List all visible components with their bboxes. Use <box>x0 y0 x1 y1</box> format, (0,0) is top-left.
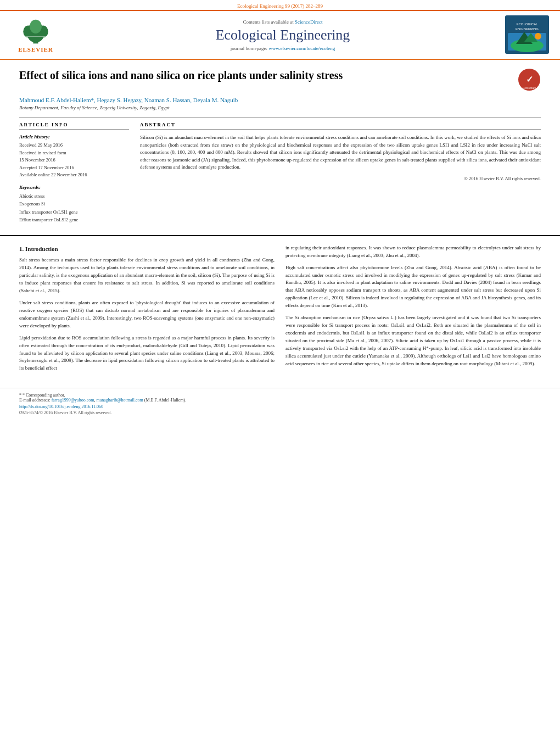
revised-label: Received in revised form <box>19 149 129 157</box>
footer-notes: * * Corresponding author. E-mail address… <box>0 388 560 418</box>
journal-citation: Ecological Engineering 99 (2017) 282–289 <box>237 3 323 9</box>
right-paragraph-3: The Si absorption mechanism in rice (Ory… <box>285 314 541 368</box>
elsevier-tree-icon <box>19 18 52 45</box>
keywords-section: Keywords: Abiotic stress Exogenous Si In… <box>19 185 129 224</box>
article-title: Effect of silica ions and nano silica on… <box>19 68 518 82</box>
crossmark-icon: ✓ CrossMark <box>518 68 541 92</box>
history-section: Article history: Received 29 May 2016 Re… <box>19 134 129 179</box>
corresponding-label: * Corresponding author. <box>23 393 65 398</box>
homepage-label: journal homepage: <box>231 46 268 51</box>
crossmark-svg: ✓ CrossMark <box>518 68 541 91</box>
svg-text:ECOLOGICAL: ECOLOGICAL <box>516 23 538 26</box>
keyword-1: Abiotic stress <box>19 192 129 200</box>
article-info-heading: ARTICLE INFO <box>19 122 129 130</box>
abstract-heading: ABSTRACT <box>140 122 541 130</box>
introduction-title: 1. Introduction <box>19 244 275 254</box>
info-abstract-section: ARTICLE INFO Article history: Received 2… <box>19 117 541 224</box>
svg-point-4 <box>30 20 42 34</box>
article-info-panel: ARTICLE INFO Article history: Received 2… <box>19 122 129 224</box>
svg-text:ENGINEERING: ENGINEERING <box>516 27 539 31</box>
abstract-body: Silicon (Si) is an abundant macro-elemen… <box>140 135 541 170</box>
journal-homepage: journal homepage: www.elsevier.com/locat… <box>60 46 505 51</box>
keyword-2: Exogenous Si <box>19 200 129 208</box>
copyright-line: © 2016 Elsevier B.V. All rights reserved… <box>140 176 541 181</box>
email-suffix: (M.E.F. Abdel-Haliem). <box>144 398 186 403</box>
svg-text:CrossMark: CrossMark <box>523 86 536 90</box>
elsevier-brand-text: ELSEVIER <box>18 46 53 53</box>
right-paragraph-2: High salt concentrations affect also phy… <box>285 264 541 310</box>
right-paragraph-1: in regulating their antioxidant response… <box>285 244 541 260</box>
keywords-label: Keywords: <box>19 185 129 190</box>
email-label: E-mail addresses: <box>19 398 52 403</box>
article-container: Effect of silica ions and nano silica on… <box>0 60 560 235</box>
keyword-3: Influx transporter OsLSI1 gene <box>19 208 129 216</box>
keyword-4: Efflux transporter OsLSI2 gene <box>19 216 129 224</box>
revised-date: 15 November 2016 <box>19 157 129 164</box>
history-label: Article history: <box>19 134 129 140</box>
email-2[interactable]: managharib@hotmail.com <box>96 398 143 403</box>
intro-paragraph-1: Salt stress becomes a main stress factor… <box>19 256 275 295</box>
accepted-date: Accepted 17 November 2016 <box>19 164 129 172</box>
title-crossmark-wrapper: Effect of silica ions and nano silica on… <box>19 68 541 92</box>
journal-logo-icon: ECOLOGICAL ENGINEERING <box>505 15 549 54</box>
abstract-text: Silicon (Si) is an abundant macro-elemen… <box>140 134 541 171</box>
left-column: 1. Introduction Salt stress becomes a ma… <box>19 244 275 377</box>
svg-point-13 <box>535 33 541 40</box>
available-date: Available online 22 November 2016 <box>19 171 129 179</box>
sciencedirect-line: Contents lists available at ScienceDirec… <box>60 19 505 25</box>
email-1[interactable]: farrag1999@yahoo.com <box>52 398 94 403</box>
doi-line: http://dx.doi.org/10.1016/j.ecoleng.2016… <box>19 404 541 409</box>
journal-logo-box: ECOLOGICAL ENGINEERING <box>505 15 549 55</box>
section-number: 1. <box>19 246 24 252</box>
sciencedirect-link[interactable]: ScienceDirect <box>295 19 322 25</box>
issn-line: 0925-8574/© 2016 Elsevier B.V. All right… <box>19 410 541 415</box>
elsevier-logo: ELSEVIER <box>11 18 60 53</box>
doi-link[interactable]: http://dx.doi.org/10.1016/j.ecoleng.2016… <box>19 404 103 409</box>
section-heading: Introduction <box>25 246 58 252</box>
affiliation: Botany Department, Faculty of Science, Z… <box>19 105 541 110</box>
journal-title: Ecological Engineering <box>60 27 505 43</box>
intro-paragraph-2: Under salt stress conditions, plants are… <box>19 299 275 330</box>
email-note: E-mail addresses: farrag1999@yahoo.com, … <box>19 398 541 403</box>
main-body: 1. Introduction Salt stress becomes a ma… <box>0 235 560 388</box>
journal-citation-bar: Ecological Engineering 99 (2017) 282–289 <box>0 0 560 10</box>
sciencedirect-label: Contents lists available at <box>243 19 295 25</box>
received-date: Received 29 May 2016 <box>19 142 129 149</box>
intro-paragraph-3: Lipid peroxidation due to ROS accumulati… <box>19 334 275 373</box>
page: Ecological Engineering 99 (2017) 282–289… <box>0 0 560 742</box>
journal-header: ELSEVIER Contents lists available at Sci… <box>0 10 560 60</box>
corresponding-author-note: * * Corresponding author. <box>19 393 541 398</box>
abstract-section: ABSTRACT Silicon (Si) is an abundant mac… <box>140 122 541 224</box>
svg-text:✓: ✓ <box>526 75 533 84</box>
homepage-url[interactable]: www.elsevier.com/locate/ecoleng <box>268 46 335 51</box>
right-column: in regulating their antioxidant response… <box>285 244 541 377</box>
header-center: Contents lists available at ScienceDirec… <box>60 19 505 51</box>
authors: Mahmoud E.F. Abdel-Haliem*, Hegazy S. He… <box>19 97 541 103</box>
